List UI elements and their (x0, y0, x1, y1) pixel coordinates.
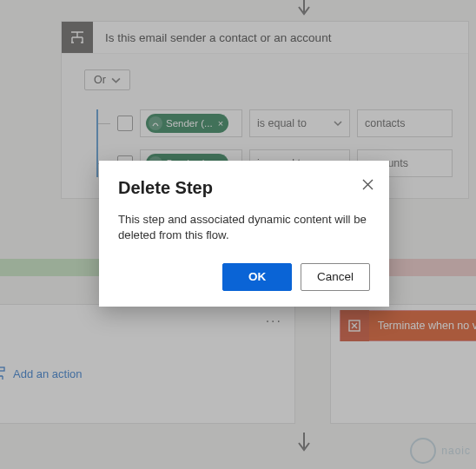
tree-connector (98, 123, 110, 124)
chevron-down-icon (334, 119, 342, 128)
condition-header[interactable]: Is this email sender a contact or an acc… (62, 22, 468, 54)
flow-arrow-top (295, 0, 313, 17)
remove-token-icon[interactable]: × (216, 118, 223, 129)
svg-rect-0 (0, 367, 4, 371)
watermark-logo: naoic (410, 438, 471, 464)
yes-branch-card[interactable]: ··· Add an action (0, 304, 295, 424)
ok-button[interactable]: OK (222, 263, 292, 291)
logo-text: naoic (441, 445, 471, 457)
terminate-card-header[interactable]: Terminate when no val (340, 310, 476, 341)
logo-circle-icon (410, 438, 436, 464)
dialog-body: This step and associated dynamic content… (118, 212, 370, 244)
close-icon (362, 179, 374, 190)
operand-left[interactable]: Sender (... × (140, 109, 242, 137)
delete-step-dialog: Delete Step This step and associated dyn… (99, 161, 389, 307)
terminate-icon (340, 310, 369, 341)
card-menu-button[interactable]: ··· (266, 314, 282, 329)
token-label: Sender (... (166, 118, 213, 129)
terminate-label: Terminate when no val (369, 320, 476, 332)
add-action-label: Add an action (13, 367, 83, 380)
dynamic-token[interactable]: Sender (... × (146, 114, 228, 133)
no-branch-card[interactable]: Terminate when no val (330, 304, 476, 424)
add-action-icon (0, 366, 6, 381)
dialog-title: Delete Step (118, 178, 370, 198)
condition-title: Is this email sender a contact or an acc… (93, 31, 343, 44)
value-text: contacts (365, 117, 406, 129)
condition-row: Sender (... × is equal to contacts (98, 109, 453, 137)
operand-right[interactable]: contacts (357, 109, 453, 137)
condition-icon (62, 22, 93, 53)
row-checkbox[interactable] (117, 116, 133, 131)
operator-dropdown[interactable]: is equal to (249, 109, 350, 137)
add-action-button[interactable]: Add an action (0, 366, 83, 381)
chevron-down-icon (111, 76, 121, 85)
dynamics-icon (149, 116, 162, 130)
flow-arrow-bottom (295, 433, 313, 453)
logic-dropdown[interactable]: Or (84, 69, 130, 90)
cancel-button[interactable]: Cancel (301, 263, 370, 291)
logic-label: Or (94, 74, 106, 86)
operator-label: is equal to (257, 117, 307, 129)
dialog-close-button[interactable] (358, 175, 377, 194)
